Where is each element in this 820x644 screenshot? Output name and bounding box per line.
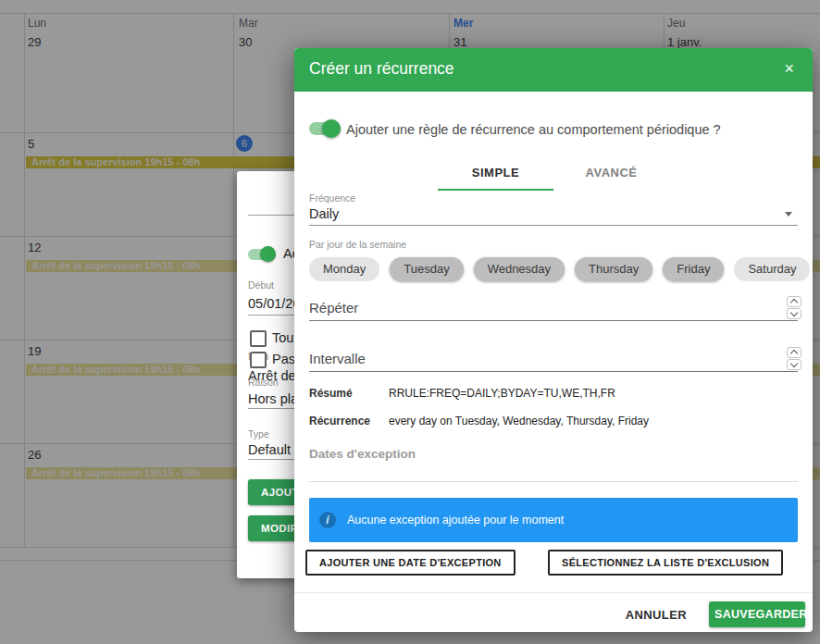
reason-label: Raison [248, 377, 279, 388]
repeat-increment-button[interactable] [787, 296, 801, 307]
chip-saturday[interactable]: Saturday [734, 257, 810, 281]
recurrence-rule-toggle-label: Ajouter une règle de récurrence au compo… [346, 122, 721, 137]
dialog-title: Créer un récurrence [309, 59, 454, 79]
chip-wednesday[interactable]: Wednesday [474, 257, 565, 281]
close-icon[interactable]: × [784, 58, 794, 79]
chevron-up-icon [790, 350, 798, 357]
summary-label: Résumé [309, 387, 387, 400]
recurrence-label: Récurrence [309, 415, 387, 427]
chip-tuesday[interactable]: Tuesday [390, 257, 463, 281]
frequency-select[interactable]: Daily [309, 206, 339, 221]
weekday-section-label: Par jour de la semaine [309, 239, 406, 250]
chip-monday[interactable]: Monday [309, 257, 379, 281]
tab-avance[interactable]: AVANCÉ [553, 157, 669, 191]
add-exception-date-button[interactable]: AJOUTER UNE DATE D'EXCEPTION [305, 550, 516, 576]
active-toggle-knob[interactable] [260, 246, 276, 262]
chevron-down-icon [790, 360, 798, 367]
tab-avance-label: AVANCÉ [586, 166, 638, 180]
info-banner-text: Aucune exception ajoutée pour le moment [347, 498, 564, 542]
interval-decrement-button[interactable] [787, 359, 801, 370]
chip-thursday[interactable]: Thursday [575, 257, 652, 281]
info-banner: i Aucune exception ajoutée pour le momen… [309, 498, 798, 542]
frequency-label: Fréquence [309, 192, 355, 204]
save-button[interactable]: SAUVEGARDER [709, 601, 805, 627]
repeat-input[interactable]: Répéter [309, 300, 358, 316]
tab-simple-label: SIMPLE [472, 166, 519, 180]
start-label: Début [248, 279, 274, 291]
start-date-field[interactable]: 05/01/20 [248, 296, 300, 311]
type-label: Type [248, 428, 269, 440]
chevron-down-icon [785, 212, 792, 217]
interval-input[interactable]: Intervalle [309, 351, 366, 366]
repeat-stepper [787, 296, 801, 319]
checkbox-1[interactable] [250, 330, 267, 347]
checkbox-2[interactable] [250, 352, 267, 368]
repeat-decrement-button[interactable] [787, 308, 801, 319]
recurrence-rule-toggle-knob[interactable] [322, 119, 341, 138]
cancel-button[interactable]: ANNULER [620, 601, 692, 626]
recurrence-value: every day on Tuesday, Wednesday, Thursda… [389, 415, 649, 427]
divider [309, 481, 798, 482]
active-tab-indicator [438, 189, 553, 191]
summary-value: RRULE:FREQ=DAILY;BYDAY=TU,WE,TH,FR [389, 387, 615, 400]
chevron-up-icon [790, 299, 798, 306]
checkbox-2-label: Pas [272, 352, 295, 366]
chip-friday[interactable]: Friday [663, 257, 724, 281]
interval-increment-button[interactable] [787, 347, 801, 358]
tab-bar: SIMPLE AVANCÉ [438, 157, 669, 191]
tab-simple[interactable]: SIMPLE [438, 157, 553, 191]
interval-stepper [787, 347, 801, 370]
chevron-down-icon [790, 309, 798, 316]
screen: Lun Mar Mer Jeu 29 30 31 1 janv. 5 12 19… [0, 0, 820, 644]
divider [294, 592, 813, 593]
select-exclusion-list-button[interactable]: SÉLECTIONNEZ LA LISTE D'EXCLUSION [548, 550, 783, 576]
weekday-chip-row: Monday Tuesday Wednesday Thursday Friday… [309, 257, 813, 281]
exception-dates-header: Dates d'exception [309, 447, 416, 461]
create-recurrence-dialog: Créer un récurrence × Ajouter une règle … [294, 48, 813, 632]
info-icon: i [319, 512, 336, 528]
